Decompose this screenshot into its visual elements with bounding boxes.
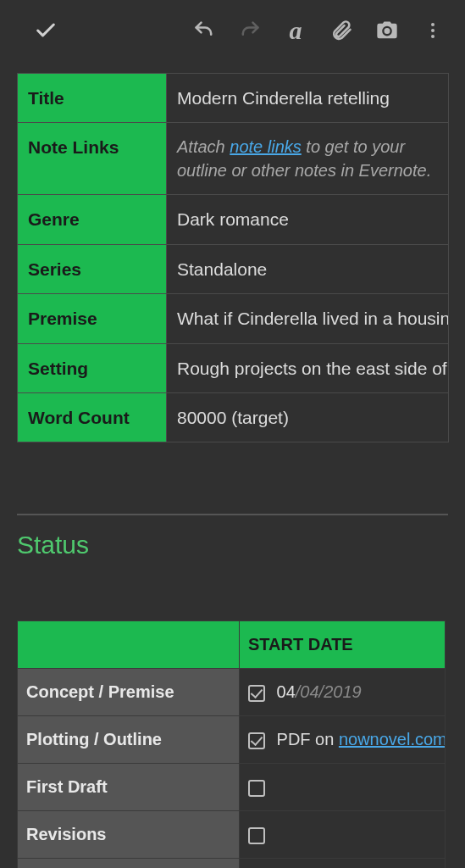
info-label: Series <box>18 244 167 293</box>
redo-icon[interactable] <box>231 12 268 49</box>
checkbox-icon[interactable] <box>248 780 265 797</box>
text-format-icon[interactable]: a <box>277 12 314 49</box>
checkbox-icon[interactable] <box>248 732 265 749</box>
table-row: Note Links Attach note links to get to y… <box>18 123 449 195</box>
divider <box>17 514 448 515</box>
status-row-label: Beta Reader Feedback <box>18 859 240 868</box>
status-row-label: Revisions <box>18 811 240 859</box>
note-links-link[interactable]: note links <box>230 137 302 156</box>
table-row: Series Standalone <box>18 244 449 293</box>
status-header-startdate: START DATE <box>240 621 446 669</box>
confirm-button[interactable] <box>27 12 64 49</box>
info-label: Premise <box>18 294 167 343</box>
status-row-label: Plotting / Outline <box>18 716 240 764</box>
table-row: First Draft <box>18 764 446 811</box>
toolbar: a <box>0 0 465 61</box>
checkbox-icon[interactable] <box>248 827 265 844</box>
status-cell[interactable] <box>240 764 446 811</box>
info-table: Title Modern Cinderella retelling Note L… <box>17 73 449 442</box>
info-label: Genre <box>18 195 167 244</box>
svg-point-0 <box>431 23 435 26</box>
info-label: Note Links <box>18 123 167 195</box>
status-heading: Status <box>17 531 448 559</box>
status-row-label: First Draft <box>18 764 240 811</box>
table-row: Beta Reader Feedback <box>18 859 446 868</box>
info-label: Title <box>18 74 167 123</box>
table-row: Premise What if Cinderella lived in a ho… <box>18 294 449 343</box>
table-row: Plotting / Outline PDF on nownovel.com <box>18 716 446 764</box>
info-label: Word Count <box>18 392 167 442</box>
status-row-label: Concept / Premise <box>18 669 240 716</box>
status-table: START DATE Concept / Premise 04/04/2019 … <box>17 620 446 868</box>
info-label: Setting <box>18 343 167 392</box>
camera-icon[interactable] <box>368 12 406 49</box>
table-row: Word Count 80000 (target) <box>18 392 449 442</box>
attachment-icon[interactable] <box>323 12 360 49</box>
table-row: Setting Rough projects on the east side … <box>18 343 449 392</box>
undo-icon[interactable] <box>185 12 223 49</box>
svg-point-2 <box>431 35 435 38</box>
info-value[interactable]: 80000 (target) <box>167 392 449 442</box>
status-cell[interactable]: 04/04/2019 <box>240 669 446 716</box>
status-cell[interactable] <box>240 859 446 868</box>
svg-point-1 <box>431 29 435 32</box>
table-row: Genre Dark romance <box>18 195 449 244</box>
nownovel-link[interactable]: nownovel.com <box>339 730 446 748</box>
info-value[interactable]: Standalone <box>167 244 449 293</box>
checkbox-icon[interactable] <box>248 685 265 702</box>
info-value[interactable]: Rough projects on the east side of <box>167 343 449 392</box>
info-value[interactable]: Modern Cinderella retelling <box>167 74 449 123</box>
status-cell[interactable] <box>240 811 446 859</box>
note-links-hint[interactable]: Attach note links to get to your outline… <box>167 123 449 195</box>
table-row: Revisions <box>18 811 446 859</box>
more-icon[interactable] <box>414 12 451 49</box>
status-header-blank <box>18 621 240 669</box>
note-body: Title Modern Cinderella retelling Note L… <box>0 61 465 868</box>
info-value[interactable]: Dark romance <box>167 195 449 244</box>
table-row: Title Modern Cinderella retelling <box>18 74 449 123</box>
info-value[interactable]: What if Cinderella lived in a housing <box>167 294 449 343</box>
table-row: Concept / Premise 04/04/2019 <box>18 669 446 716</box>
status-cell[interactable]: PDF on nownovel.com <box>240 716 446 764</box>
